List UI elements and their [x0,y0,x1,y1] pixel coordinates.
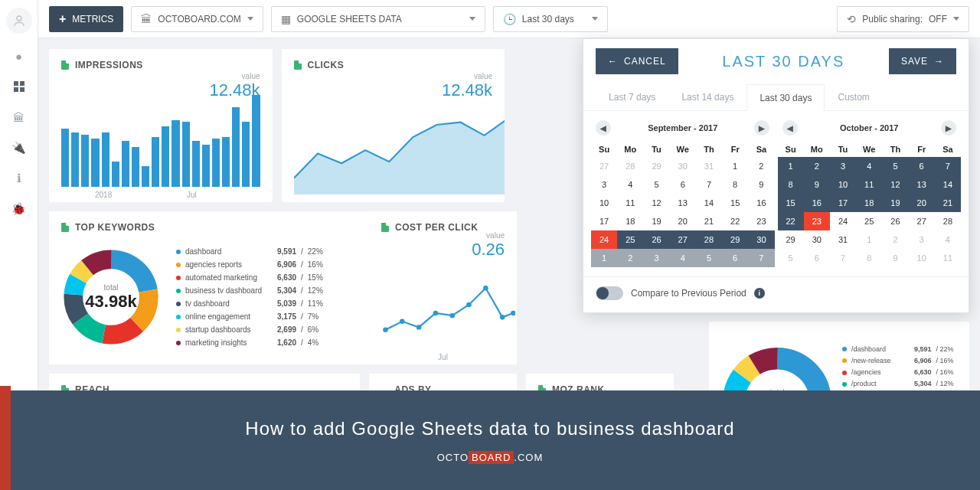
metrics-button[interactable]: +METRICS [49,6,123,32]
info-icon[interactable]: i [754,288,765,299]
calendar-day[interactable]: 29 [778,230,804,249]
calendar-day[interactable]: 31 [830,230,856,249]
calendar-day[interactable]: 7 [748,249,774,267]
legend-item[interactable]: tv dashboard5,039 / 11% [176,297,323,310]
period-tab[interactable]: Last 7 days [596,83,668,110]
calendar-day[interactable]: 27 [670,230,696,249]
calendar-day[interactable]: 29 [643,157,669,175]
calendar-day[interactable]: 20 [909,194,935,212]
calendar-day[interactable]: 11 [935,249,961,267]
save-button[interactable]: SAVE→ [889,48,956,74]
datasource-dropdown[interactable]: ▦GOOGLE SHEETS DATA [271,6,485,32]
prev-month-button[interactable]: ◀ [782,120,798,136]
calendar-day[interactable]: 5 [778,249,804,267]
calendar-day[interactable]: 2 [804,157,830,175]
calendar-day[interactable]: 30 [670,157,696,175]
calendar-day[interactable]: 24 [591,230,617,249]
info-icon[interactable]: ℹ [11,170,28,187]
calendar-day[interactable]: 28 [696,230,722,249]
calendar-day[interactable]: 21 [696,212,722,230]
calendar-day[interactable]: 14 [696,194,722,212]
calendar-day[interactable]: 7 [830,249,856,267]
calendar-day[interactable]: 11 [617,194,643,212]
calendar-day[interactable]: 3 [591,175,617,194]
site-dropdown[interactable]: 🏛OCTOBOARD.COM [131,6,263,32]
calendar-day[interactable]: 13 [670,194,696,212]
calendar-day[interactable]: 2 [617,249,643,267]
calendar-day[interactable]: 30 [804,230,830,249]
bug-icon[interactable]: 🐞 [11,201,28,217]
calendar-day[interactable]: 6 [909,157,935,175]
legend-item[interactable]: marketing insights1,620 / 4% [176,336,323,349]
calendar-day[interactable]: 12 [643,194,669,212]
calendar-day[interactable]: 5 [696,249,722,267]
avatar-icon[interactable] [6,8,32,34]
cancel-button[interactable]: ←CANCEL [596,48,678,74]
legend-item[interactable]: startup dashboards2,699 / 6% [176,323,323,336]
calendar-day[interactable]: 4 [670,249,696,267]
legend-item[interactable]: /dashboard9,591 / 22% [842,344,954,355]
calendar-day[interactable]: 9 [882,249,908,267]
calendar-day[interactable]: 19 [882,194,908,212]
legend-item[interactable]: /product5,304 / 12% [842,378,954,390]
legend-item[interactable]: business tv dashboard5,304 / 12% [176,284,323,297]
calendar-day[interactable]: 1 [778,157,804,175]
calendar-day[interactable]: 27 [591,157,617,175]
calendar-day[interactable]: 15 [722,194,748,212]
plug-icon[interactable]: 🔌 [11,139,28,156]
prev-month-button[interactable]: ◀ [596,120,611,136]
calendar-day[interactable]: 26 [882,212,908,230]
compare-toggle[interactable] [596,286,623,300]
calendar-day[interactable]: 26 [643,230,669,249]
calendar-day[interactable]: 31 [696,157,722,175]
calendar-day[interactable]: 6 [722,249,748,267]
user-icon[interactable]: ● [11,47,28,64]
calendar-day[interactable]: 6 [804,249,830,267]
calendar-day[interactable]: 1 [856,230,882,249]
public-sharing-toggle[interactable]: ⟲Public sharing: OFF [837,6,969,32]
legend-item[interactable]: online engagement3,175 / 7% [176,310,323,323]
calendar-day[interactable]: 29 [722,230,748,249]
calendar-day[interactable]: 4 [617,175,643,194]
calendar-day[interactable]: 18 [856,194,882,212]
calendar-day[interactable]: 10 [830,175,856,194]
bank-icon[interactable]: 🏛 [11,109,28,126]
calendar-day[interactable]: 23 [748,212,774,230]
calendar-day[interactable]: 8 [722,175,748,194]
calendar-day[interactable]: 2 [882,230,908,249]
calendar-day[interactable]: 28 [617,157,643,175]
calendar-day[interactable]: 17 [591,212,617,230]
calendar-day[interactable]: 1 [591,249,617,267]
grid-icon[interactable] [11,78,28,95]
next-month-button[interactable]: ▶ [754,120,769,136]
calendar-day[interactable]: 10 [909,249,935,267]
period-tab[interactable]: Last 30 days [746,84,825,111]
calendar-day[interactable]: 9 [804,175,830,194]
calendar-day[interactable]: 28 [935,212,961,230]
calendar-day[interactable]: 16 [748,194,774,212]
legend-item[interactable]: automated marketing6,630 / 15% [176,271,323,284]
calendar-day[interactable]: 20 [670,212,696,230]
period-tab[interactable]: Custom [825,83,882,110]
calendar-day[interactable]: 23 [804,212,830,230]
calendar-day[interactable]: 19 [643,212,669,230]
calendar-day[interactable]: 4 [856,157,882,175]
legend-item[interactable]: /agencies6,630 / 16% [842,367,954,378]
period-dropdown[interactable]: 🕒Last 30 days [493,6,608,32]
calendar-day[interactable]: 14 [935,175,961,194]
calendar-day[interactable]: 12 [882,175,908,194]
legend-item[interactable]: agencies reports6,906 / 16% [176,258,323,271]
calendar-day[interactable]: 3 [909,230,935,249]
calendar-day[interactable]: 10 [591,194,617,212]
calendar-day[interactable]: 7 [696,175,722,194]
calendar-day[interactable]: 3 [643,249,669,267]
calendar-day[interactable]: 1 [722,157,748,175]
calendar-day[interactable]: 15 [778,194,804,212]
calendar-day[interactable]: 11 [856,175,882,194]
calendar-day[interactable]: 5 [643,175,669,194]
period-tab[interactable]: Last 14 days [668,83,746,110]
calendar-day[interactable]: 5 [882,157,908,175]
calendar-day[interactable]: 17 [830,194,856,212]
calendar-day[interactable]: 4 [935,230,961,249]
legend-item[interactable]: dashboard9,591 / 22% [176,245,323,258]
